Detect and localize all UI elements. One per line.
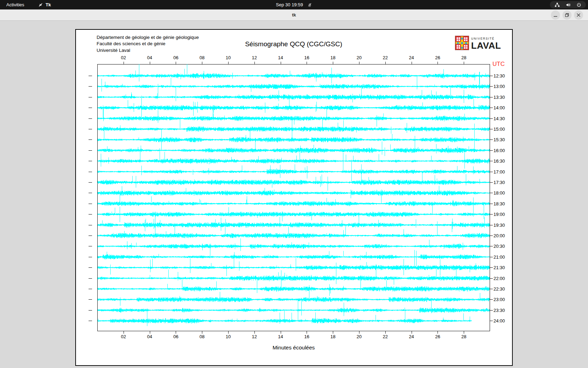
- row-tick-left: [89, 321, 92, 321]
- utc-time-label: 15:30: [493, 137, 505, 142]
- utc-time-label: 14:30: [493, 116, 505, 121]
- window-title: tk: [0, 9, 588, 20]
- row-tick-right: [490, 182, 493, 183]
- clock-button[interactable]: Sep 30 19:59: [276, 2, 303, 7]
- institution-line-1: Département de géologie et de génie géol…: [97, 34, 199, 41]
- x-tick-label-bottom: 14: [278, 334, 283, 339]
- utc-time-label: 14:00: [493, 105, 505, 110]
- row-tick-left: [89, 193, 92, 193]
- x-tick-top: [254, 62, 255, 64]
- row-tick-left: [89, 86, 92, 87]
- utc-time-label: 24:00: [493, 318, 505, 323]
- utc-time-label: 22:30: [493, 286, 505, 292]
- x-tick-label-top: 24: [409, 55, 414, 60]
- utc-time-label: 16:30: [493, 158, 505, 164]
- seismogram-traces: [97, 64, 490, 331]
- row-tick-left: [89, 204, 92, 204]
- row-tick-right: [490, 204, 493, 204]
- desktop-screen: Activities Tk Sep 30 19:59: [0, 0, 588, 368]
- x-tick-label-bottom: 10: [226, 334, 231, 339]
- x-tick-label-top: 20: [357, 55, 362, 60]
- window-titlebar[interactable]: tk: [0, 9, 588, 21]
- row-tick-right: [490, 236, 493, 236]
- x-tick-label-bottom: 24: [409, 334, 414, 339]
- x-tick-label-bottom: 06: [173, 334, 178, 339]
- x-tick-top: [359, 62, 359, 64]
- row-tick-left: [89, 118, 92, 119]
- x-tick-bottom: [412, 331, 412, 334]
- utc-time-label: 17:00: [493, 169, 505, 174]
- utc-time-label: 23:30: [493, 307, 505, 313]
- universite-laval-logo: UNIVERSITÉ LAVAL: [455, 36, 501, 52]
- row-tick-left: [89, 172, 92, 172]
- utc-time-label: 16:00: [493, 148, 505, 153]
- row-tick-right: [490, 108, 493, 108]
- row-tick-left: [89, 289, 92, 289]
- row-tick-left: [89, 97, 92, 97]
- x-tick-top: [124, 62, 124, 64]
- power-icon: [576, 2, 581, 7]
- utc-time-label: 20:00: [493, 233, 505, 238]
- utc-time-label: 13:30: [493, 94, 505, 100]
- x-tick-label-bottom: 28: [461, 334, 466, 339]
- x-tick-top: [438, 62, 438, 64]
- x-tick-label-top: 04: [147, 55, 152, 60]
- x-tick-top: [307, 62, 307, 64]
- seismograph-canvas: Département de géologie et de génie géol…: [75, 29, 513, 366]
- row-tick-left: [89, 129, 92, 129]
- maximize-button[interactable]: [562, 11, 572, 20]
- row-tick-right: [490, 76, 493, 76]
- x-tick-label-bottom: 20: [357, 334, 362, 339]
- x-tick-label-top: 10: [226, 55, 231, 60]
- x-tick-bottom: [464, 331, 464, 334]
- row-tick-left: [89, 182, 92, 183]
- x-tick-top: [150, 62, 150, 64]
- x-tick-top: [176, 62, 176, 64]
- x-tick-bottom: [307, 331, 307, 334]
- system-top-bar: Activities Tk Sep 30 19:59: [0, 0, 588, 9]
- system-tray[interactable]: [550, 1, 586, 8]
- row-tick-left: [89, 236, 92, 236]
- logo-laval-text: LAVAL: [471, 41, 501, 50]
- x-tick-label-bottom: 02: [121, 334, 126, 339]
- x-tick-label-top: 26: [435, 55, 440, 60]
- row-tick-right: [490, 257, 493, 257]
- x-tick-bottom: [254, 331, 255, 334]
- utc-time-label: 19:30: [493, 222, 505, 227]
- x-tick-bottom: [150, 331, 150, 334]
- x-tick-label-bottom: 18: [330, 334, 335, 339]
- row-tick-right: [490, 267, 493, 268]
- close-button[interactable]: [574, 11, 583, 20]
- x-tick-bottom: [124, 331, 124, 334]
- x-tick-label-top: 14: [278, 55, 283, 60]
- row-tick-right: [490, 172, 493, 172]
- utc-time-label: 23:00: [493, 297, 505, 302]
- x-tick-top: [228, 62, 229, 64]
- row-tick-right: [490, 225, 493, 225]
- x-tick-bottom: [176, 331, 176, 334]
- row-tick-left: [89, 257, 92, 257]
- window-content: Département de géologie et de génie géol…: [0, 21, 588, 368]
- row-tick-right: [490, 299, 493, 300]
- row-tick-left: [89, 278, 92, 279]
- utc-time-label: 17:30: [493, 180, 505, 185]
- row-tick-left: [89, 246, 92, 246]
- utc-time-label: 13:00: [493, 84, 505, 89]
- row-tick-right: [490, 310, 493, 311]
- minimize-button[interactable]: [551, 11, 560, 20]
- x-tick-bottom: [359, 331, 359, 334]
- x-tick-bottom: [385, 331, 386, 334]
- row-tick-left: [89, 150, 92, 151]
- utc-label: UTC: [492, 61, 505, 68]
- x-tick-label-top: 08: [200, 55, 204, 60]
- x-tick-bottom: [228, 331, 229, 334]
- x-tick-label-bottom: 04: [147, 334, 152, 339]
- utc-time-label: 15:00: [493, 127, 505, 132]
- utc-time-label: 18:30: [493, 201, 505, 206]
- row-tick-right: [490, 86, 493, 87]
- x-tick-top: [281, 62, 281, 64]
- x-tick-top: [333, 62, 333, 64]
- row-tick-right: [490, 161, 493, 161]
- volume-icon: [566, 2, 571, 7]
- utc-time-label: 19:00: [493, 212, 505, 217]
